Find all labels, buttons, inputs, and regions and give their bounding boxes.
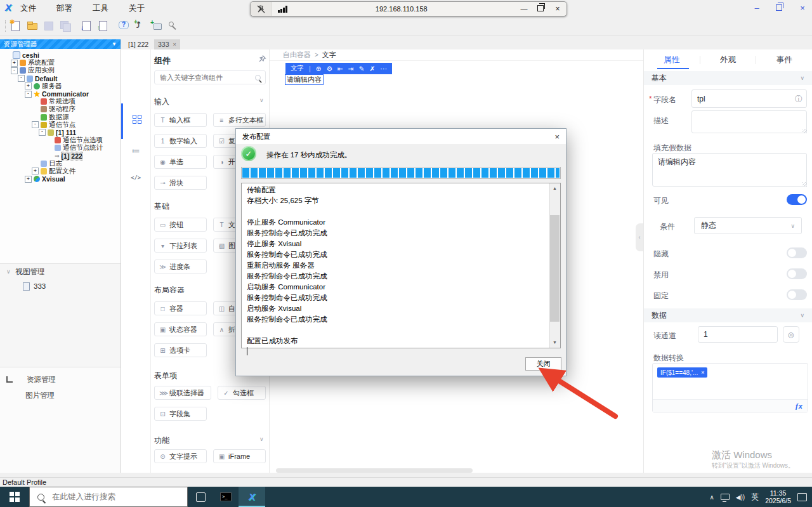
component-state-container[interactable]: ▣状态容器 [154,322,207,336]
menu-tools[interactable]: 工具 [89,2,112,15]
tag-remove-icon[interactable]: × [701,369,704,376]
dialog-close-icon[interactable]: × [554,132,560,142]
component-input-box[interactable]: T输入框 [154,113,207,127]
scrollbar-thumb[interactable] [550,215,560,322]
component-number-input[interactable]: 1数字输入 [154,134,207,148]
tree-expander[interactable]: - [39,129,46,136]
rdp-minimize-button[interactable]: — [516,5,532,13]
menu-deploy[interactable]: 部署 [53,2,76,15]
channel-target-icon[interactable]: ◎ [783,326,799,343]
chevron-down-icon[interactable]: ∨ [259,436,264,442]
resource-manage-item[interactable]: 资源管理 [0,371,121,388]
explorer-header[interactable]: 资源管理器 ▼ [0,39,121,49]
move-icon[interactable]: ⊕ [316,65,322,72]
volume-icon[interactable]: ◀)) [736,487,745,507]
import-icon[interactable]: ↓ [81,20,93,32]
component-search[interactable] [154,70,266,84]
visible-toggle[interactable] [787,194,807,205]
edit-icon[interactable]: ✎ [359,65,365,72]
component-search-input[interactable] [159,73,250,82]
component-tooltip[interactable]: ⊙文字提示 [154,449,207,463]
delete-icon[interactable]: ✗ [369,65,375,72]
component-iframe[interactable]: ▣iFrame [213,449,266,463]
panel-collapse-handle[interactable]: ‹ [636,223,643,251]
help-icon[interactable]: ? [117,20,130,32]
tree-item[interactable]: +Xvisual [0,175,121,183]
component-button[interactable]: ▭按钮 [154,218,207,232]
tree-expander[interactable]: + [25,176,32,183]
new-file-icon[interactable]: ✱ [10,20,22,32]
section-data-header[interactable]: 数据∨ [644,308,812,322]
function-icon[interactable]: ƒx [795,402,802,410]
components-dock-icon[interactable] [133,115,141,124]
breadcrumb-parent[interactable]: 自由容器 [283,50,311,60]
views-header[interactable]: ∨ 视图管理 [0,264,121,279]
task-view-icon[interactable] [188,487,213,507]
taskbar-search[interactable] [29,487,188,507]
component-progress[interactable]: ≫进度条 [154,260,207,273]
tab-appearance[interactable]: 外观 [700,55,756,65]
clock[interactable]: 11:352025/6/5 [765,487,791,507]
read-channel-input[interactable] [698,326,778,343]
open-folder-icon[interactable] [26,20,39,32]
component-tabs[interactable]: ⊞选项卡 [154,343,207,357]
scroll-down-icon[interactable]: ▼ [550,338,560,348]
network-icon[interactable] [721,487,730,507]
unpin-icon[interactable] [251,2,272,16]
outline-dock-icon[interactable]: ≔ [132,146,140,155]
doc-tab-222[interactable]: [1] 222 [128,41,148,48]
transform-tag[interactable]: IF($1==48,'... × [657,367,707,378]
tree-expander[interactable]: + [25,82,32,89]
component-check[interactable]: ✓勾选框 [218,386,266,400]
description-textarea[interactable] [691,110,807,133]
info-icon[interactable]: ⓘ [795,94,802,105]
scroll-up-icon[interactable]: ▲ [550,183,560,194]
explorer-dropdown-icon[interactable]: ▼ [112,41,117,47]
tree-expander[interactable]: + [11,60,18,67]
align-right-icon[interactable]: ⇥ [348,65,354,72]
dialog-titlebar[interactable]: 发布配置 × [236,129,566,144]
export-icon[interactable]: ↑ [97,20,110,32]
disabled-toggle[interactable] [787,268,807,279]
tree-expander[interactable]: - [11,67,18,74]
canvas-hscrollbar[interactable] [276,468,473,473]
component-textarea[interactable]: ≡多行文本框 [213,113,266,127]
tree-expander[interactable]: - [25,91,32,98]
log-scrollbar[interactable]: ▲ ▼ [549,183,560,348]
save-icon[interactable] [43,20,55,32]
tree-item[interactable]: +配置文件 [0,168,121,175]
dialog-log[interactable]: 传输配置 存档大小: 25,625 字节 停止服务 Communicator 服… [241,183,561,348]
tree-item[interactable]: -应用实例 [0,67,121,74]
more-icon[interactable]: ⋯ [380,65,387,72]
condition-select[interactable]: 静态 ∨ [694,217,802,234]
chevron-down-icon[interactable]: ∨ [259,97,264,103]
tree-item[interactable]: -通信节点 [0,121,121,129]
tab-properties[interactable]: 属性 [644,55,700,65]
breadcrumb-current[interactable]: 文字 [322,50,336,60]
app-close-button[interactable]: × [793,3,812,13]
tab-close-icon[interactable]: × [173,41,176,48]
component-radio[interactable]: ◉单选 [154,155,207,169]
tree-item[interactable]: +系统配置 [0,59,121,67]
resize-handle-icon[interactable] [802,129,807,133]
component-fieldset[interactable]: ⊡字段集 [154,407,207,421]
save-all-icon[interactable] [59,20,72,32]
resize-handle-icon[interactable] [802,182,807,187]
doc-tab-333-active[interactable]: 333 × [154,39,180,49]
rdp-restore-button[interactable] [532,5,549,13]
wizard-icon[interactable] [167,20,180,32]
tree-item[interactable]: 通信节点统计 [0,144,121,152]
align-left-icon[interactable]: ⇤ [337,65,343,72]
rdp-close-button[interactable]: × [549,4,566,13]
menu-file[interactable]: 文件 [16,2,40,15]
add-target-icon[interactable]: + [150,20,163,32]
canvas-text-element[interactable]: 请编辑内容 [285,74,324,85]
terminal-app-icon[interactable]: >_ [213,487,239,507]
tree-item[interactable]: +服务器 [0,82,121,90]
code-dock-icon[interactable]: </> [131,174,141,181]
tree-expander[interactable]: + [32,168,39,174]
component-slider[interactable]: ⊸滑块 [154,176,207,190]
app-restore-button[interactable] [769,3,789,13]
hidden-toggle[interactable] [787,247,807,258]
tree-expander[interactable]: - [18,75,25,82]
